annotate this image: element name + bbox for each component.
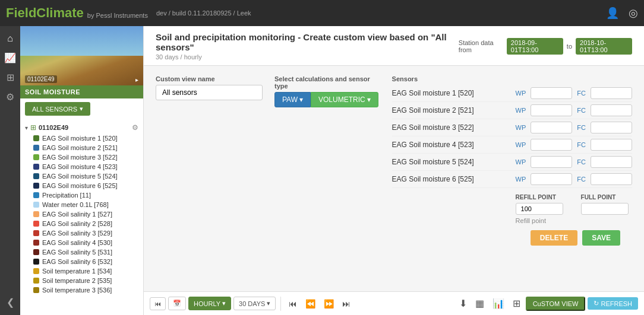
image-expand-icon[interactable]: ▸ (135, 77, 138, 83)
wp-input[interactable] (531, 173, 572, 185)
color-indicator (33, 259, 39, 265)
download-button[interactable]: ⬇ (456, 295, 470, 311)
fc-input[interactable] (591, 173, 632, 185)
days-button[interactable]: 30 DAYS ▾ (233, 297, 276, 310)
wp-link[interactable]: WP (516, 124, 526, 131)
fc-link[interactable]: FC (577, 124, 586, 131)
station-id-overlay: 01102E49 (25, 75, 57, 83)
chart-icon[interactable]: 📈 (0, 50, 20, 66)
list-item[interactable]: EAG Soil moisture 5 [524] (20, 171, 143, 181)
toolbar-separator (280, 297, 281, 311)
list-item[interactable]: EAG Soil salinity 4 [530] (20, 238, 143, 247)
sensor-label: EAG Soil salinity 3 [529] (42, 230, 112, 237)
station-node-label: 01102E49 (39, 124, 68, 131)
list-item[interactable]: Soil temperature 1 [534] (20, 266, 143, 276)
sensor-name: EAG Soil moisture 4 [523] (392, 141, 511, 149)
list-item[interactable]: Precipitation [11] (20, 190, 143, 200)
fc-link[interactable]: FC (577, 158, 586, 166)
color-indicator (33, 192, 39, 198)
fc-link[interactable]: FC (577, 176, 586, 183)
list-item[interactable]: Water meter 0.1L [768] (20, 200, 143, 209)
settings-icon[interactable]: ⚙ (0, 89, 20, 105)
sidebar-section-title: SOIL MOISTURE (20, 85, 143, 98)
wp-link[interactable]: WP (516, 158, 526, 166)
refresh-button[interactable]: ↻ REFRESH (588, 297, 638, 310)
color-indicator (33, 202, 39, 208)
fc-input[interactable] (591, 104, 632, 116)
skip-first-button[interactable]: ⏮ (286, 297, 300, 311)
wp-link[interactable]: WP (516, 176, 526, 183)
nav-first-button[interactable]: ⏮ (150, 297, 166, 310)
sensor-label: Soil temperature 1 [534] (42, 268, 112, 275)
volumetric-button[interactable]: VOLUMETRIC ▾ (311, 92, 378, 107)
signal-icon[interactable]: ◎ (629, 7, 638, 20)
fc-input[interactable] (591, 122, 632, 133)
wp-link[interactable]: WP (516, 90, 526, 97)
color-indicator (33, 221, 39, 227)
save-button[interactable]: SAVE (582, 230, 620, 246)
wp-link[interactable]: WP (516, 107, 526, 114)
delete-button[interactable]: DELETE (531, 230, 577, 246)
list-item[interactable]: EAG Soil moisture 1 [520] (20, 133, 143, 143)
sensors-list: EAG Soil moisture 1 [520] WP FC EAG Soil… (392, 85, 632, 224)
list-item[interactable]: EAG Soil salinity 5 [531] (20, 247, 143, 257)
refill-point-text: Refill point (516, 217, 563, 224)
table-row: EAG Soil moisture 4 [523] WP FC (392, 136, 632, 154)
color-indicator (33, 249, 39, 255)
hourly-button[interactable]: HOURLY ▾ (188, 297, 231, 310)
skip-last-button[interactable]: ⏭ (339, 297, 353, 311)
fc-input[interactable] (591, 139, 632, 151)
custom-view-name-input[interactable] (156, 85, 263, 100)
paw-button[interactable]: PAW ▾ (274, 92, 311, 107)
fc-link[interactable]: FC (577, 107, 586, 114)
custom-view-button[interactable]: CuSTOM VIEW (526, 297, 586, 311)
wp-input[interactable] (531, 104, 572, 116)
skip-prev-button[interactable]: ⏪ (302, 297, 318, 311)
hourly-caret-icon: ▾ (222, 300, 226, 307)
tree-parent-station[interactable]: ▾ ⊞ 01102E49 ⚙ (20, 122, 143, 133)
fc-input[interactable] (591, 87, 632, 99)
all-sensors-button[interactable]: ALL SENSORS ▾ (25, 102, 90, 116)
list-item[interactable]: EAG Soil salinity 6 [532] (20, 257, 143, 266)
table-row: EAG Soil moisture 6 [525] WP FC (392, 171, 632, 188)
table-row: EAG Soil moisture 1 [520] WP FC (392, 85, 632, 102)
list-item[interactable]: EAG Soil salinity 3 [529] (20, 228, 143, 238)
wp-input[interactable] (531, 87, 572, 99)
wp-input[interactable] (531, 156, 572, 168)
layers-icon[interactable]: ⊞ (0, 69, 20, 85)
list-item[interactable]: Soil temperature 3 [536] (20, 285, 143, 295)
list-item[interactable]: EAG Soil moisture 6 [525] (20, 181, 143, 190)
volumetric-caret-icon: ▾ (367, 96, 371, 104)
refill-point-input[interactable] (516, 203, 563, 215)
grid-view-button[interactable]: ⊞ (510, 295, 523, 311)
fc-link[interactable]: FC (577, 141, 586, 148)
wp-input[interactable] (531, 122, 572, 133)
tree-caret-icon: ▾ (25, 125, 28, 131)
icon-bar: ⌂ 📈 ⊞ ⚙ ❮ (0, 26, 20, 315)
wp-input[interactable] (531, 139, 572, 151)
list-item[interactable]: Soil temperature 2 [535] (20, 276, 143, 285)
wp-link[interactable]: WP (516, 141, 526, 148)
full-point-input[interactable] (581, 203, 629, 215)
list-item[interactable]: EAG Soil salinity 1 [527] (20, 209, 143, 219)
fc-input[interactable] (591, 156, 632, 168)
list-item[interactable]: EAG Soil moisture 4 [523] (20, 162, 143, 171)
sensors-wrapper: EAG Soil moisture 1 [520] WP FC EAG Soil… (392, 85, 632, 224)
skip-next-button[interactable]: ⏩ (321, 297, 337, 311)
station-gear-icon[interactable]: ⚙ (132, 123, 138, 132)
fc-link[interactable]: FC (577, 90, 586, 97)
custom-view-name-label: Custom view name (156, 75, 263, 82)
collapse-icon[interactable]: ❮ (0, 294, 20, 310)
home-icon[interactable]: ⌂ (0, 31, 20, 46)
sensor-label: EAG Soil moisture 5 [524] (42, 173, 118, 180)
list-item[interactable]: EAG Soil moisture 3 [522] (20, 152, 143, 162)
station-data-label: Station data from (459, 39, 503, 53)
calendar-button[interactable]: 📅 (168, 297, 186, 310)
table-view-button[interactable]: ▦ (472, 295, 487, 311)
chart-view-button[interactable]: 📊 (490, 295, 507, 311)
user-icon[interactable]: 👤 (606, 7, 619, 20)
list-item[interactable]: EAG Soil salinity 2 [528] (20, 219, 143, 228)
color-indicator (33, 164, 39, 170)
list-item[interactable]: EAG Soil moisture 2 [521] (20, 143, 143, 152)
sensor-label: EAG Soil salinity 2 [528] (42, 220, 112, 227)
